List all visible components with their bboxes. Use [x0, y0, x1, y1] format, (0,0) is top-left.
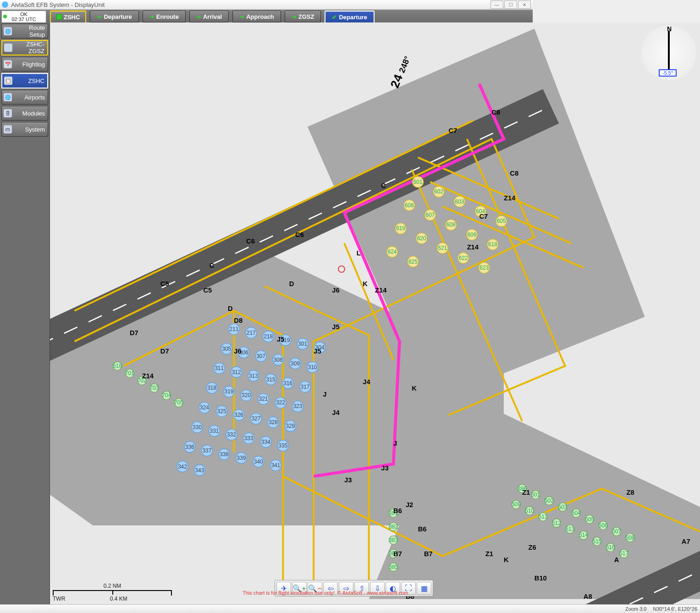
- arrow-right-icon: ➜: [292, 13, 297, 20]
- svg-text:342: 342: [178, 464, 187, 470]
- svg-text:Z14: Z14: [142, 372, 154, 380]
- svg-text:603: 603: [455, 199, 464, 205]
- svg-text:703: 703: [149, 385, 159, 391]
- svg-text:K: K: [412, 385, 417, 392]
- svg-text:Z14: Z14: [467, 243, 479, 251]
- svg-text:C8: C8: [491, 109, 500, 116]
- svg-text:324: 324: [200, 404, 209, 411]
- svg-text:317: 317: [300, 384, 309, 390]
- phase-tab-origin[interactable]: ZSHC: [50, 11, 86, 23]
- svg-text:C7: C7: [479, 213, 488, 220]
- sidebar-item-label: ZSHC-ZGSZ: [14, 41, 45, 55]
- window-minimize-button[interactable]: —: [491, 0, 503, 9]
- svg-text:623: 623: [480, 265, 489, 271]
- svg-text:C6: C6: [295, 231, 304, 238]
- window-maximize-button[interactable]: ☐: [504, 0, 517, 9]
- phase-tab-label: Approach: [246, 13, 274, 20]
- svg-text:J5: J5: [277, 336, 284, 343]
- svg-text:327: 327: [251, 415, 260, 422]
- svg-text:313: 313: [249, 373, 258, 379]
- phase-tab-dep2[interactable]: ✔Departure: [325, 11, 374, 23]
- phase-tab-departure[interactable]: ➜Departure: [90, 11, 138, 22]
- svg-text:518: 518: [113, 363, 122, 369]
- svg-text:J4: J4: [363, 378, 370, 386]
- flightlog-icon: 📅: [4, 60, 12, 68]
- svg-text:622: 622: [459, 255, 468, 261]
- sidebar-item-system[interactable]: 🗃System: [1, 122, 48, 137]
- sidebar-item-modules[interactable]: 🗄Modules: [1, 106, 48, 121]
- svg-text:334: 334: [261, 439, 270, 445]
- sidebar-item-label: System: [14, 126, 46, 133]
- window-close-button[interactable]: ✕: [518, 0, 531, 9]
- svg-text:318: 318: [207, 385, 216, 391]
- sidebar-item-routesetup[interactable]: 🌐Route Setup: [1, 24, 48, 39]
- phase-tab-label: Departure: [339, 14, 367, 21]
- svg-text:D: D: [289, 280, 294, 287]
- phase-tab-arrival[interactable]: ➜Arrival: [189, 11, 229, 22]
- svg-text:C5: C5: [203, 287, 212, 294]
- svg-text:341: 341: [271, 462, 280, 469]
- svg-text:602: 602: [434, 188, 443, 195]
- phase-tab-label: ZSHC: [64, 14, 80, 21]
- sidebar-item-pair[interactable]: ZSHC-ZGSZ: [1, 40, 48, 55]
- svg-text:701: 701: [125, 370, 134, 376]
- svg-text:705: 705: [174, 399, 183, 406]
- svg-text:601: 601: [413, 179, 423, 185]
- svg-text:343: 343: [195, 467, 204, 472]
- modules-icon: 🗄: [4, 109, 12, 117]
- svg-text:319: 319: [225, 388, 234, 395]
- system-icon: 🗃: [4, 125, 12, 133]
- svg-text:309: 309: [291, 360, 300, 367]
- arrow-right-icon: ➜: [97, 13, 102, 20]
- svg-text:608: 608: [446, 221, 456, 228]
- sidebar-item-flightlog[interactable]: 📅Flightlog: [1, 57, 48, 72]
- window-title: AivlaSoft EFB System - DisplayUnit: [11, 1, 105, 8]
- svg-text:329: 329: [286, 423, 295, 429]
- origin-square-icon: [56, 14, 62, 20]
- phase-tab-dest[interactable]: ➜ZGSZ: [285, 11, 321, 22]
- svg-text:J: J: [393, 440, 397, 447]
- arrow-right-icon: ➜: [239, 13, 244, 20]
- svg-text:332: 332: [227, 431, 236, 438]
- sidebar-item-zshc[interactable]: 📋ZSHC: [1, 73, 48, 88]
- pair-icon: [4, 44, 12, 52]
- phase-tab-approach[interactable]: ➜Approach: [232, 11, 281, 22]
- svg-text:621: 621: [438, 245, 447, 251]
- status-led-icon: [3, 15, 7, 18]
- svg-text:J5: J5: [332, 323, 339, 331]
- svg-text:J6: J6: [332, 287, 339, 294]
- sidebar-item-label: Flightlog: [14, 61, 46, 68]
- ground-chart[interactable]: 2112172182193013043053063073083093103113…: [50, 22, 533, 472]
- svg-text:C6: C6: [246, 237, 255, 245]
- svg-text:J: J: [323, 391, 326, 398]
- svg-text:323: 323: [293, 403, 302, 409]
- svg-text:C5: C5: [160, 280, 169, 287]
- svg-text:333: 333: [244, 435, 253, 442]
- sidebar: 🌐Route SetupZSHC-ZGSZ📅Flightlog📋ZSHC🌐Air…: [0, 22, 50, 472]
- svg-text:618: 618: [488, 241, 497, 248]
- airport-diagram-svg[interactable]: 2112172182193013043053063073083093103113…: [50, 22, 533, 472]
- sidebar-item-label: ZSHC: [14, 77, 45, 84]
- sidebar-item-airports[interactable]: 🌐Airports: [1, 90, 48, 105]
- svg-text:330: 330: [193, 424, 202, 431]
- svg-text:619: 619: [396, 225, 405, 232]
- svg-text:321: 321: [259, 396, 268, 402]
- phase-tab-label: ZGSZ: [298, 13, 314, 20]
- svg-text:340: 340: [254, 458, 263, 465]
- svg-text:337: 337: [202, 447, 211, 454]
- svg-text:218: 218: [264, 333, 273, 340]
- arrow-right-icon: ➜: [196, 13, 201, 20]
- svg-text:320: 320: [242, 392, 251, 398]
- svg-text:K: K: [363, 280, 368, 287]
- svg-text:325: 325: [217, 408, 226, 414]
- svg-text:J3: J3: [381, 464, 388, 472]
- svg-text:336: 336: [185, 444, 194, 450]
- phase-tab-label: Arrival: [203, 13, 222, 20]
- sidebar-item-label: Modules: [14, 110, 46, 117]
- svg-text:606: 606: [405, 202, 414, 209]
- svg-text:625: 625: [408, 259, 418, 265]
- svg-text:311: 311: [215, 365, 224, 371]
- svg-text:312: 312: [232, 369, 241, 376]
- phase-tab-enroute[interactable]: ➜Enroute: [143, 11, 186, 22]
- svg-text:C7: C7: [449, 127, 457, 134]
